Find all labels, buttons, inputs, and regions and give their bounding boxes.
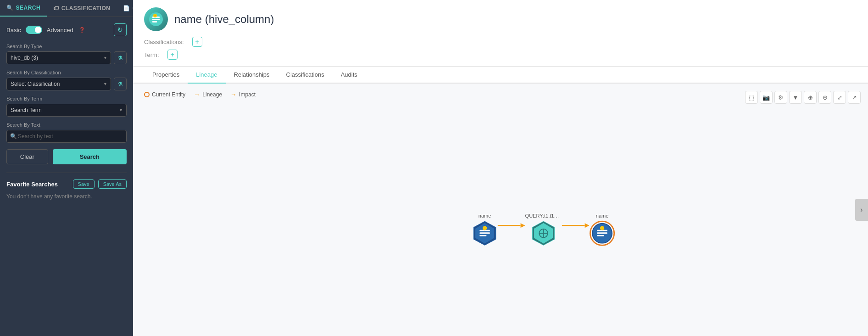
sidebar-item-glossary[interactable]: 📄 GLOSSARY — [117, 0, 133, 17]
refresh-button[interactable]: ↻ — [114, 23, 127, 36]
search-by-type-label: Search By Type — [6, 44, 127, 49]
classification-nav-icon: 🏷 — [53, 5, 59, 11]
lineage-area: Current Entity → Lineage → Impact ⬚ 📷 ⚙ … — [133, 84, 868, 336]
clear-button[interactable]: Clear — [6, 149, 48, 164]
lineage-toolbar: ⬚ 📷 ⚙ ▼ ⊕ ⊖ ⤢ ↗ — [745, 91, 861, 104]
search-by-type-section: Search By Type hive_db (3) ⚗ — [6, 44, 127, 64]
search-text-input[interactable] — [6, 130, 127, 143]
type-select[interactable]: hive_db (3) — [6, 51, 111, 64]
save-button[interactable]: Save — [73, 179, 95, 189]
toolbar-zoom-out-button[interactable]: ⊖ — [818, 91, 831, 104]
advanced-label: Advanced — [47, 27, 73, 34]
search-by-classification-label: Search By Classification — [6, 70, 127, 75]
tab-properties[interactable]: Properties — [144, 67, 188, 84]
tab-relationships[interactable]: Relationships — [226, 67, 278, 84]
node3-icon — [590, 220, 615, 246]
search-by-term-label: Search By Term — [6, 96, 127, 101]
term-select-wrap: Search Term — [6, 104, 127, 117]
sidebar-item-classification[interactable]: 🏷 CLASSIFICATION — [47, 0, 117, 17]
search-text-icon: 🔍 — [10, 133, 17, 140]
toolbar-settings-button[interactable]: ⚙ — [774, 91, 787, 104]
current-entity-label: Current Entity — [152, 91, 185, 98]
type-filter-button[interactable]: ⚗ — [114, 51, 127, 64]
svg-rect-8 — [479, 232, 490, 234]
meta-term-row: Term: + — [144, 50, 857, 60]
node3-label: name — [596, 213, 609, 218]
svg-rect-3 — [152, 21, 157, 22]
add-classification-button[interactable]: + — [192, 37, 202, 47]
search-by-term-section: Search By Term Search Term — [6, 96, 127, 117]
svg-rect-2 — [152, 19, 160, 20]
classification-select[interactable]: Select Classification — [6, 78, 111, 90]
sidebar-body: Basic Advanced ❓ ↻ Search By Type hive_d… — [0, 17, 133, 336]
main-content: name (hive_column) Classifications: + Te… — [133, 0, 868, 336]
glossary-nav-icon: 📄 — [123, 5, 130, 11]
toolbar-screenshot-button[interactable]: 📷 — [760, 91, 773, 104]
favorites-section: Favorite Searches Save Save As You don't… — [6, 173, 127, 200]
search-button[interactable]: Search — [53, 149, 127, 164]
arrow2 — [562, 221, 590, 238]
classification-select-wrap: Select Classification — [6, 78, 111, 90]
svg-marker-19 — [585, 223, 590, 228]
svg-rect-24 — [597, 232, 607, 234]
type-select-wrap: hive_db (3) — [6, 51, 111, 64]
advanced-help-icon: ❓ — [79, 27, 85, 33]
impact-label: Impact — [239, 91, 256, 98]
svg-rect-9 — [479, 235, 486, 236]
entity-name: name (hive_column) — [174, 13, 274, 26]
search-by-text-section: Search By Text 🔍 — [6, 122, 127, 143]
tabs-row: Properties Lineage Relationships Classif… — [133, 67, 868, 84]
tab-classifications[interactable]: Classifications — [278, 67, 333, 84]
arrow2-svg — [562, 221, 590, 230]
save-as-button[interactable]: Save As — [98, 179, 127, 189]
favorites-title: Favorite Searches — [6, 181, 69, 188]
entity-header: name (hive_column) Classifications: + Te… — [133, 0, 868, 67]
action-buttons: Clear Search — [6, 149, 127, 164]
sidebar-item-search[interactable]: 🔍 SEARCH — [0, 0, 47, 17]
legend-impact: → Impact — [230, 91, 256, 98]
term-select[interactable]: Search Term — [6, 104, 127, 117]
toolbar-filter-button[interactable]: ▼ — [789, 91, 802, 104]
legend-lineage: → Lineage — [194, 91, 222, 98]
entity-title-row: name (hive_column) — [144, 7, 857, 31]
lineage-node-2[interactable]: QUERY:t1.t1@prima... — [525, 213, 562, 246]
node1-icon — [472, 220, 498, 246]
hive-column-icon — [149, 12, 163, 27]
add-term-button[interactable]: + — [167, 50, 178, 60]
toggle-row: Basic Advanced ❓ ↻ — [6, 23, 127, 36]
legend-current-entity: Current Entity — [144, 91, 185, 98]
node2-icon — [531, 220, 556, 246]
classification-filter-button[interactable]: ⚗ — [114, 78, 127, 90]
classifications-label: Classifications: — [144, 39, 184, 45]
classification-select-row: Select Classification ⚗ — [6, 78, 127, 90]
favorites-header: Favorite Searches Save Save As — [6, 179, 127, 189]
entity-icon — [144, 7, 168, 31]
node2-label: QUERY:t1.t1@prima... — [525, 213, 562, 218]
toolbar-fullscreen-button[interactable]: ⬚ — [745, 91, 758, 104]
toolbar-zoom-in-button[interactable]: ⊕ — [804, 91, 817, 104]
current-entity-circle — [144, 92, 150, 97]
meta-classifications-row: Classifications: + — [144, 37, 857, 47]
svg-rect-25 — [597, 235, 604, 236]
favorites-empty-message: You don't have any favorite search. — [6, 193, 127, 200]
sidebar: 🔍 SEARCH 🏷 CLASSIFICATION 📄 GLOSSARY Bas… — [0, 0, 133, 336]
tab-audits[interactable]: Audits — [333, 67, 366, 84]
search-by-text-label: Search By Text — [6, 122, 127, 128]
search-text-wrap: 🔍 — [6, 130, 127, 143]
expand-panel-button[interactable]: › — [855, 199, 868, 221]
svg-marker-12 — [521, 223, 525, 228]
basic-label: Basic — [6, 27, 21, 34]
toolbar-expand-button[interactable]: ↗ — [848, 91, 861, 104]
lineage-node-3[interactable]: name — [590, 213, 615, 246]
arrow1-svg — [498, 221, 525, 230]
term-input-row: Search Term — [6, 104, 127, 117]
arrow1 — [498, 221, 525, 238]
lineage-arrow-icon: → — [194, 91, 200, 98]
search-nav-icon: 🔍 — [6, 5, 14, 11]
toolbar-fit-button[interactable]: ⤢ — [833, 91, 846, 104]
search-by-classification-section: Search By Classification Select Classifi… — [6, 70, 127, 90]
svg-point-26 — [600, 226, 604, 230]
lineage-node-1[interactable]: name — [472, 213, 498, 246]
tab-lineage[interactable]: Lineage — [188, 67, 225, 84]
basic-advanced-toggle[interactable] — [26, 26, 42, 34]
